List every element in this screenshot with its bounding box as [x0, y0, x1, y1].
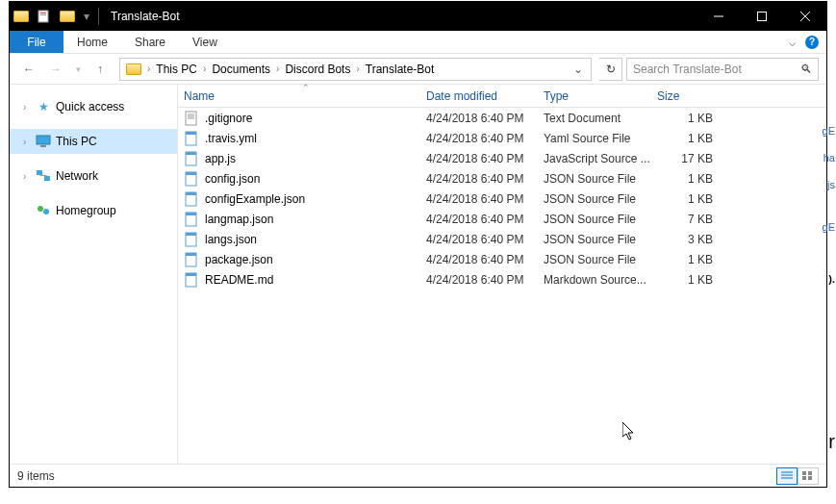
chevron-right-icon[interactable]: › — [145, 63, 152, 74]
file-icon — [184, 131, 199, 146]
file-row[interactable]: app.js4/24/2018 6:40 PMJavaScript Source… — [178, 148, 826, 168]
properties-icon[interactable] — [33, 2, 56, 31]
file-list-pane: Name⌃ Date modified Type Size .gitignore… — [178, 85, 826, 464]
nav-homegroup[interactable]: Homegroup — [10, 198, 177, 223]
chevron-right-icon[interactable]: › — [23, 171, 35, 182]
column-date[interactable]: Date modified — [426, 89, 544, 103]
view-toggles — [776, 467, 819, 485]
nav-label: Quick access — [56, 100, 124, 113]
qat-dropdown-icon[interactable]: ▾ — [79, 2, 94, 31]
file-row[interactable]: langs.json4/24/2018 6:40 PMJSON Source F… — [178, 229, 826, 249]
breadcrumb-discord-bots[interactable]: Discord Bots — [281, 59, 354, 80]
item-count: 9 items — [17, 469, 55, 483]
file-type: Text Document — [544, 112, 657, 125]
chevron-right-icon[interactable]: › — [23, 102, 35, 113]
file-icon — [184, 111, 199, 126]
address-dropdown-icon[interactable]: ⌄ — [568, 63, 589, 76]
file-type: JSON Source File — [544, 233, 657, 246]
title-bar[interactable]: ▾ Translate-Bot — [10, 2, 826, 31]
minimize-button[interactable] — [697, 2, 740, 31]
file-row[interactable]: langmap.json4/24/2018 6:40 PMJSON Source… — [178, 209, 826, 229]
file-row[interactable]: package.json4/24/2018 6:40 PMJSON Source… — [178, 249, 826, 269]
nav-network[interactable]: › Network — [10, 164, 177, 189]
recent-dropdown-icon[interactable]: ▾ — [71, 58, 85, 81]
svg-rect-37 — [802, 471, 806, 475]
nav-label: Homegroup — [56, 204, 116, 217]
nav-label: Network — [56, 169, 98, 183]
svg-rect-27 — [186, 213, 196, 215]
ribbon-expand-icon[interactable]: ⌵ — [789, 36, 796, 49]
new-folder-icon[interactable] — [56, 2, 79, 31]
svg-rect-33 — [186, 273, 196, 276]
svg-rect-40 — [808, 476, 812, 480]
column-name[interactable]: Name⌃ — [178, 85, 426, 107]
chevron-right-icon[interactable]: › — [354, 63, 361, 74]
home-tab[interactable]: Home — [63, 31, 121, 53]
file-row[interactable]: .travis.yml4/24/2018 6:40 PMYaml Source … — [178, 128, 826, 148]
file-date: 4/24/2018 6:40 PM — [426, 273, 544, 287]
file-type: JSON Source File — [544, 192, 657, 206]
file-rows: .gitignore4/24/2018 6:40 PMText Document… — [178, 108, 826, 290]
breadcrumb-translate-bot[interactable]: Translate-Bot — [362, 59, 439, 80]
nav-this-pc[interactable]: › This PC — [10, 129, 177, 154]
file-date: 4/24/2018 6:40 PM — [426, 112, 544, 125]
svg-rect-31 — [186, 253, 196, 256]
file-name: langs.json — [205, 233, 257, 246]
maximize-button[interactable] — [740, 2, 783, 31]
folder-icon[interactable] — [122, 59, 145, 80]
file-size: 3 KB — [657, 233, 724, 246]
file-icon — [184, 171, 199, 187]
forward-button[interactable]: → — [44, 58, 67, 81]
svg-rect-39 — [802, 476, 806, 480]
svg-rect-0 — [38, 11, 48, 22]
file-date: 4/24/2018 6:40 PM — [426, 132, 544, 145]
file-type: Yaml Source File — [544, 132, 657, 145]
close-button[interactable] — [783, 2, 826, 31]
chevron-right-icon[interactable]: › — [23, 137, 35, 147]
search-input[interactable]: Search Translate-Bot 🔍︎ — [626, 58, 819, 81]
quick-access-toolbar: ▾ — [10, 2, 94, 31]
file-tab[interactable]: File — [10, 31, 63, 53]
navigation-pane[interactable]: › ★ Quick access › This PC › Network Hom… — [10, 85, 178, 464]
chevron-right-icon[interactable]: › — [201, 63, 208, 74]
breadcrumb-this-pc[interactable]: This PC — [152, 59, 201, 80]
file-date: 4/24/2018 6:40 PM — [426, 253, 544, 266]
back-button[interactable]: ← — [17, 58, 40, 81]
share-tab[interactable]: Share — [121, 31, 179, 53]
svg-rect-4 — [757, 13, 766, 21]
up-button[interactable]: ↑ — [89, 58, 112, 81]
file-name: package.json — [205, 253, 273, 266]
file-name: .gitignore — [205, 112, 252, 125]
nav-quick-access[interactable]: › ★ Quick access — [10, 94, 177, 119]
column-size[interactable]: Size — [657, 89, 724, 103]
svg-rect-38 — [808, 471, 812, 475]
file-date: 4/24/2018 6:40 PM — [426, 233, 544, 246]
svg-point-12 — [38, 206, 43, 212]
search-icon[interactable]: 🔍︎ — [800, 63, 812, 76]
nav-label: This PC — [56, 135, 97, 148]
chevron-right-icon[interactable]: › — [274, 63, 281, 74]
svg-rect-29 — [186, 233, 196, 236]
file-row[interactable]: config.json4/24/2018 6:40 PMJSON Source … — [178, 168, 826, 189]
file-date: 4/24/2018 6:40 PM — [426, 152, 544, 165]
details-view-button[interactable] — [776, 467, 798, 485]
breadcrumb-documents[interactable]: Documents — [208, 59, 274, 80]
column-headers: Name⌃ Date modified Type Size — [178, 85, 826, 108]
explorer-window: ▾ Translate-Bot File Home Share View ⌵ ?… — [9, 1, 827, 488]
window-title: Translate-Bot — [111, 10, 180, 23]
help-icon[interactable]: ? — [805, 36, 819, 49]
file-row[interactable]: README.md4/24/2018 6:40 PMMarkdown Sourc… — [178, 269, 826, 290]
svg-rect-21 — [186, 152, 196, 155]
view-tab[interactable]: View — [179, 31, 231, 53]
file-date: 4/24/2018 6:40 PM — [426, 213, 544, 226]
file-size: 1 KB — [657, 192, 724, 206]
folder-icon[interactable] — [10, 2, 33, 31]
file-row[interactable]: .gitignore4/24/2018 6:40 PMText Document… — [178, 108, 826, 128]
file-size: 1 KB — [657, 253, 724, 266]
column-type[interactable]: Type — [544, 89, 657, 103]
svg-line-11 — [39, 175, 47, 176]
refresh-button[interactable]: ↻ — [599, 58, 622, 81]
breadcrumb[interactable]: › This PC › Documents › Discord Bots › T… — [119, 58, 592, 81]
file-row[interactable]: configExample.json4/24/2018 6:40 PMJSON … — [178, 189, 826, 209]
icons-view-button[interactable] — [798, 467, 819, 485]
